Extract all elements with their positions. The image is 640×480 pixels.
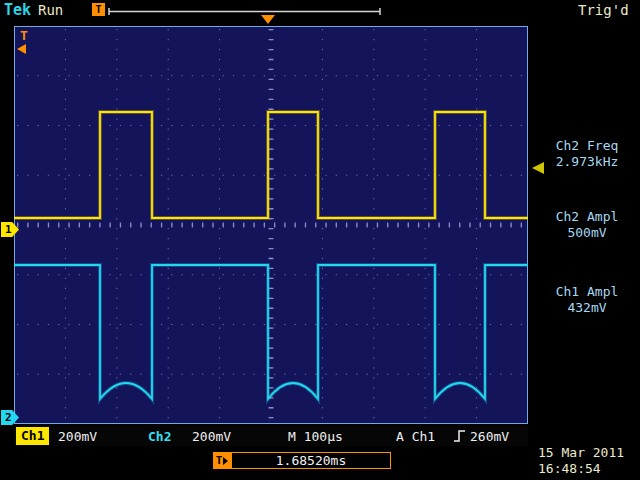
measurement-label: Ch2 Ampl [534, 209, 640, 225]
window-position-arrow-icon [261, 15, 275, 24]
measurement-ch2-ampl: Ch2 Ampl 500mV [534, 209, 640, 241]
acquisition-status: Run [38, 2, 63, 18]
measurement-ch2-freq: Ch2 Freq 2.973kHz [534, 138, 640, 170]
trigger-position-icon: T [92, 3, 105, 16]
graticule [14, 26, 528, 424]
measurement-value: 500mV [534, 225, 640, 241]
datetime-readout: 15 Mar 2011 16:48:54 [538, 445, 624, 477]
ch2-scale-label: Ch2 [148, 429, 171, 444]
record-view-bar [108, 5, 382, 17]
trigger-delay-value: 1.68520ms [231, 452, 391, 469]
trigger-status: Trig'd [578, 2, 629, 18]
ch1-scale-label: Ch1 [16, 427, 49, 445]
trigger-delay-icon-label: T [216, 454, 223, 467]
time-readout: 16:48:54 [538, 461, 624, 477]
trigger-source-readout: A Ch1 [396, 429, 435, 444]
rising-edge-icon [453, 429, 466, 443]
trigger-delay-icon: T [213, 452, 231, 469]
measurement-value: 2.973kHz [534, 154, 640, 170]
ch1-scale-value: 200mV [58, 429, 97, 444]
measurement-label: Ch2 Freq [534, 138, 640, 154]
trigger-level-readout: 260mV [470, 429, 509, 444]
trigger-offscreen-marker: T [20, 28, 28, 43]
scope-display [14, 26, 528, 424]
measurement-ch1-ampl: Ch1 Ampl 432mV [534, 284, 640, 316]
right-arrow-icon [223, 457, 228, 465]
ch2-scale-value: 200mV [192, 429, 231, 444]
measurement-label: Ch1 Ampl [534, 284, 640, 300]
tek-logo: Tek [4, 1, 31, 19]
date-readout: 15 Mar 2011 [538, 445, 624, 461]
measurement-value: 432mV [534, 300, 640, 316]
oscilloscope-screen: Tek Run T Trig'd T 1 2 Ch2 Freq 2.973kHz… [0, 0, 640, 480]
trigger-offscreen-arrow-icon [17, 44, 26, 54]
timebase-readout: M 100µs [288, 429, 343, 444]
